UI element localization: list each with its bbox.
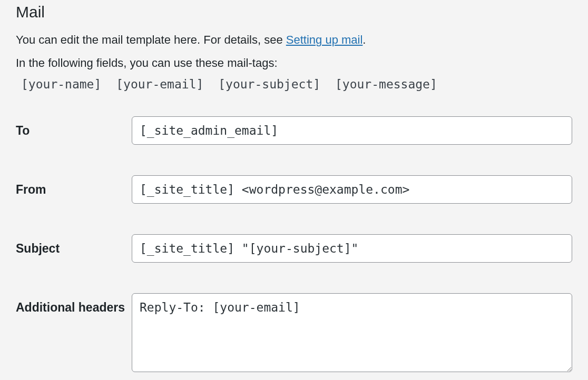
subject-label: Subject [16,234,132,258]
from-label: From [16,175,132,199]
section-title: Mail [16,3,572,21]
to-row: To [16,116,572,145]
from-input[interactable] [132,175,572,204]
description-line-2: In the following fields, you can use the… [16,54,572,73]
subject-input[interactable] [132,234,572,263]
mail-form-table: To From Subject Additional headers [16,116,572,375]
additional-headers-textarea[interactable] [132,293,572,372]
mail-tag: [your-email] [116,77,203,91]
from-row: From [16,175,572,204]
description-prefix: You can edit the mail template here. For… [16,33,286,46]
mail-tag: [your-name] [21,77,101,91]
additional-headers-label: Additional headers [16,293,132,317]
to-input[interactable] [132,116,572,145]
setting-up-mail-link[interactable]: Setting up mail [286,33,363,46]
mail-tags-list: [your-name] [your-email] [your-subject] … [21,77,572,91]
subject-row: Subject [16,234,572,263]
to-label: To [16,116,132,140]
description-suffix: . [362,33,366,46]
additional-headers-row: Additional headers [16,293,572,374]
mail-settings-panel: Mail You can edit the mail template here… [0,3,588,380]
mail-tag: [your-message] [335,77,437,91]
mail-tag: [your-subject] [218,77,320,91]
description-line-1: You can edit the mail template here. For… [16,31,572,49]
